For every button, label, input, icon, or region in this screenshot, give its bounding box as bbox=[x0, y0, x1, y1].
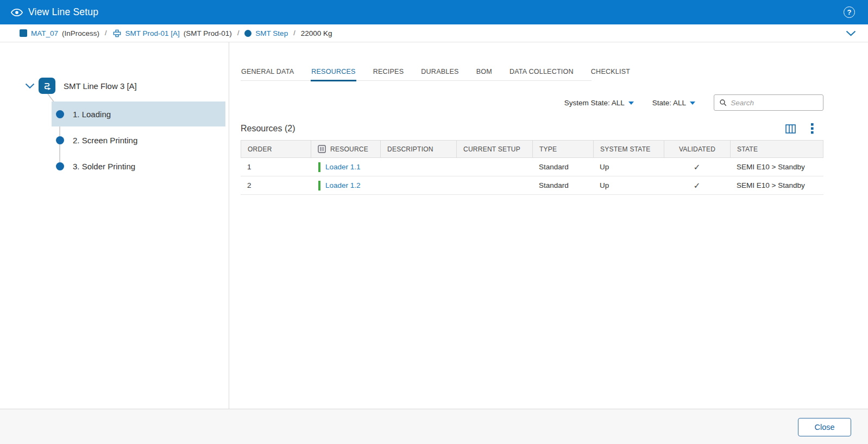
caret-down-icon bbox=[690, 102, 695, 105]
tab-bar: GENERAL DATA RESOURCES RECIPES DURABLES … bbox=[241, 65, 592, 81]
view-line-setup-window: View Line Setup ? MAT_07 (InProcess) / S… bbox=[0, 0, 868, 444]
resources-table: ORDER RESOURCE DESCRIPTION CURRENT SETUP… bbox=[241, 140, 823, 195]
breadcrumb-product: SMT Prod-01 [A] (SMT Prod-01) bbox=[112, 29, 232, 38]
breadcrumb-material: MAT_07 (InProcess) bbox=[20, 29, 99, 37]
order-cell: 2 bbox=[241, 176, 311, 194]
state-cell: SEMI E10 > Standby bbox=[730, 158, 823, 176]
breadcrumb-separator: / bbox=[105, 29, 106, 37]
type-cell: Standard bbox=[532, 176, 593, 194]
main-area: SMT Line Flow 3 [A] 1. Loading 2. Screen… bbox=[0, 42, 868, 409]
tree-step-screen-printing[interactable]: 2. Screen Printing bbox=[52, 128, 225, 153]
breadcrumb-step: SMT Step bbox=[244, 29, 288, 37]
flow-icon bbox=[39, 78, 55, 94]
state-cell: SEMI E10 > Standby bbox=[730, 176, 823, 194]
description-cell bbox=[380, 176, 456, 194]
column-header-current-setup: CURRENT SETUP bbox=[457, 141, 533, 157]
step-node-icon bbox=[56, 110, 64, 118]
table-row: 2 Loader 1.2 Standard Up ✓ SEMI E10 > St… bbox=[241, 176, 823, 195]
resources-section-header: Resources (2) bbox=[241, 122, 823, 136]
column-settings-button[interactable] bbox=[785, 124, 796, 134]
column-header-description: DESCRIPTION bbox=[381, 141, 457, 157]
column-header-resource: RESOURCE bbox=[311, 141, 381, 157]
resources-count-title: Resources (2) bbox=[241, 124, 295, 134]
state-filter-dropdown[interactable]: State: ALL bbox=[652, 99, 695, 107]
filter-bar: System State: ALL State: ALL bbox=[564, 94, 823, 111]
step-link[interactable]: SMT Step bbox=[255, 29, 288, 37]
chevron-down-icon bbox=[25, 83, 35, 89]
tree-step-loading[interactable]: 1. Loading bbox=[52, 102, 225, 126]
system-state-cell: Up bbox=[593, 158, 664, 176]
tab-recipes[interactable]: RECIPES bbox=[373, 65, 405, 81]
step-label: 1. Loading bbox=[73, 110, 111, 119]
tab-checklist[interactable]: CHECKLIST bbox=[590, 65, 631, 81]
resource-link[interactable]: Loader 1.1 bbox=[325, 163, 361, 171]
kebab-menu-icon bbox=[811, 123, 814, 134]
state-filter-label: State: ALL bbox=[652, 99, 686, 107]
title-bar: View Line Setup ? bbox=[0, 0, 868, 24]
more-options-button[interactable] bbox=[811, 123, 814, 134]
resource-status-bar bbox=[318, 181, 320, 191]
tab-durables[interactable]: DURABLES bbox=[420, 65, 459, 81]
check-icon: ✓ bbox=[694, 162, 701, 172]
step-label: 3. Solder Printing bbox=[73, 162, 135, 171]
type-cell: Standard bbox=[532, 158, 593, 176]
product-icon bbox=[112, 29, 122, 38]
material-icon bbox=[20, 29, 27, 37]
product-detail: (SMT Prod-01) bbox=[184, 29, 232, 37]
check-icon: ✓ bbox=[694, 181, 701, 191]
resource-status-bar bbox=[318, 162, 320, 172]
chevron-down-icon bbox=[846, 30, 856, 36]
breadcrumb: MAT_07 (InProcess) / SMT Prod-01 [A] (SM… bbox=[0, 24, 868, 42]
system-state-filter-dropdown[interactable]: System State: ALL bbox=[564, 99, 634, 107]
tab-bom[interactable]: BOM bbox=[476, 65, 493, 81]
step-node-icon bbox=[56, 136, 64, 144]
caret-down-icon bbox=[628, 102, 634, 105]
tab-resources[interactable]: RESOURCES bbox=[311, 65, 356, 81]
resource-cell: Loader 1.1 bbox=[311, 158, 380, 176]
table-row: 1 Loader 1.1 Standard Up ✓ SEMI E10 > St… bbox=[241, 158, 823, 176]
system-state-filter-label: System State: ALL bbox=[564, 99, 625, 107]
search-box bbox=[714, 94, 823, 111]
step-node-icon bbox=[56, 162, 64, 170]
column-header-system-state: SYSTEM STATE bbox=[594, 141, 664, 157]
material-status: (InProcess) bbox=[62, 29, 99, 37]
search-input[interactable] bbox=[731, 99, 818, 107]
current-setup-cell bbox=[456, 176, 532, 194]
collapse-breadcrumb-button[interactable] bbox=[846, 30, 856, 36]
tab-general-data[interactable]: GENERAL DATA bbox=[241, 65, 294, 81]
breadcrumb-separator: / bbox=[293, 29, 295, 37]
validated-cell: ✓ bbox=[664, 176, 730, 194]
order-cell: 1 bbox=[241, 158, 311, 176]
help-icon[interactable]: ? bbox=[844, 7, 855, 18]
product-link[interactable]: SMT Prod-01 [A] bbox=[125, 29, 180, 37]
tree-step-solder-printing[interactable]: 3. Solder Printing bbox=[52, 154, 225, 179]
tree-root-label: SMT Line Flow 3 [A] bbox=[64, 81, 137, 91]
description-cell bbox=[380, 158, 456, 176]
close-button[interactable]: Close bbox=[798, 418, 851, 436]
table-header-row: ORDER RESOURCE DESCRIPTION CURRENT SETUP… bbox=[241, 140, 823, 158]
eye-icon bbox=[11, 8, 23, 17]
column-header-order: ORDER bbox=[241, 141, 311, 157]
column-header-type: TYPE bbox=[533, 141, 594, 157]
step-label: 2. Screen Printing bbox=[73, 136, 137, 145]
resource-cell: Loader 1.2 bbox=[311, 176, 380, 194]
column-header-state: STATE bbox=[731, 141, 823, 157]
column-header-validated: VALIDATED bbox=[664, 141, 731, 157]
tree-collapse-button[interactable] bbox=[25, 83, 35, 89]
page-title: View Line Setup bbox=[28, 7, 98, 18]
search-icon bbox=[719, 98, 727, 107]
resource-link[interactable]: Loader 1.2 bbox=[325, 181, 361, 189]
tab-data-collection[interactable]: DATA COLLECTION bbox=[509, 65, 574, 81]
step-icon bbox=[244, 30, 251, 37]
footer-bar: Close bbox=[0, 409, 868, 444]
breadcrumb-separator: / bbox=[237, 29, 239, 37]
step-detail-panel: GENERAL DATA RESOURCES RECIPES DURABLES … bbox=[241, 42, 823, 409]
system-state-cell: Up bbox=[593, 176, 664, 194]
tree-root-smt-line-flow[interactable]: SMT Line Flow 3 [A] bbox=[25, 75, 137, 97]
material-link[interactable]: MAT_07 bbox=[31, 29, 58, 37]
validated-cell: ✓ bbox=[664, 158, 730, 176]
quantity-value: 22000 Kg bbox=[301, 29, 332, 37]
column-header-label: RESOURCE bbox=[330, 145, 368, 153]
flow-tree-panel: SMT Line Flow 3 [A] 1. Loading 2. Screen… bbox=[0, 42, 229, 409]
columns-icon bbox=[785, 124, 796, 134]
